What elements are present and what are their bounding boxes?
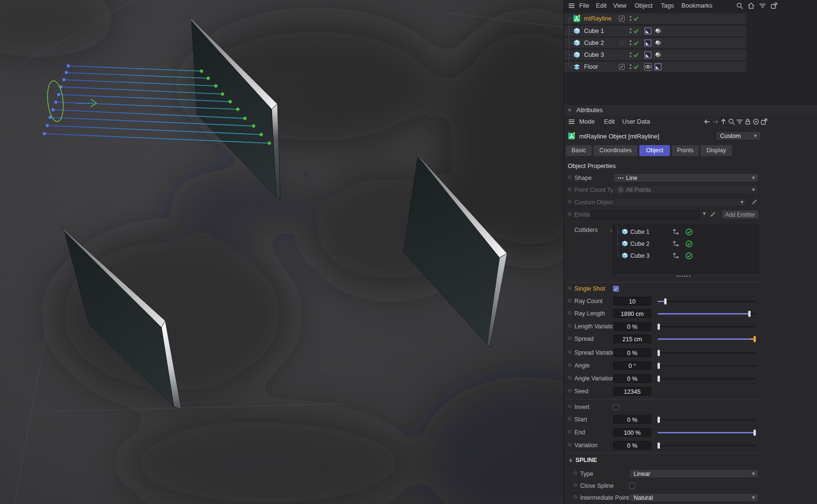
material-tag-icon[interactable]	[654, 39, 662, 47]
section-header-spline[interactable]: ∨SPLINE	[569, 455, 597, 465]
tab-basic[interactable]: Basic	[566, 145, 592, 156]
tab-object[interactable]: Object	[639, 145, 670, 156]
collider-row-cube-1[interactable]: Cube 1	[614, 226, 758, 238]
length-variation-slider[interactable]	[658, 323, 756, 330]
seed-field[interactable]: 12345	[613, 387, 651, 396]
list-resize-handle[interactable]: ••••••	[677, 274, 691, 279]
spread-variation-slider[interactable]	[658, 349, 756, 356]
emitter-link-field[interactable]	[590, 210, 700, 219]
tab-coordinates[interactable]: Coordinates	[594, 145, 637, 156]
collider-row-cube-3[interactable]: Cube 3	[614, 250, 758, 262]
object-row-cube-1[interactable]: Cube 1	[564, 26, 746, 36]
preset-dropdown[interactable]: Custom▼	[716, 131, 761, 140]
back-arrow-icon[interactable]	[703, 118, 711, 126]
slider-handle[interactable]	[753, 430, 756, 436]
tab-points[interactable]: Points	[672, 145, 699, 156]
invert-checkbox[interactable]	[613, 404, 619, 410]
start-field[interactable]: 0 %	[613, 415, 651, 424]
shape-dropdown[interactable]: Line▼	[613, 173, 759, 182]
length-variation-field[interactable]: 0 %	[613, 322, 651, 331]
spread-slider[interactable]	[658, 336, 756, 342]
slider-handle[interactable]	[658, 417, 660, 423]
chevron-down-icon[interactable]: ▼	[702, 211, 707, 216]
menu-item-bookmarks[interactable]: Bookmarks	[681, 0, 712, 11]
enabled-circle-check-icon[interactable]	[685, 252, 693, 260]
enabled-check-icon[interactable]	[633, 28, 639, 34]
popout-icon[interactable]	[770, 2, 778, 10]
phong-tag-icon[interactable]	[644, 39, 652, 47]
custom-object-dropdown[interactable]: ▼	[613, 198, 747, 207]
filter-icon[interactable]	[736, 118, 743, 126]
slider-handle[interactable]	[658, 350, 660, 356]
object-row-cube-2[interactable]: Cube 2	[564, 38, 746, 48]
attr-menu-item-mode[interactable]: Mode	[579, 116, 595, 128]
angle-field[interactable]: 0 °	[613, 361, 651, 370]
close-spline-checkbox[interactable]	[629, 483, 635, 489]
slider-handle[interactable]	[664, 298, 667, 304]
type-dropdown[interactable]: Linear▼	[629, 469, 759, 478]
search-icon[interactable]	[736, 2, 743, 10]
tab-display[interactable]: Display	[700, 145, 732, 156]
hamburger-menu-icon[interactable]	[568, 118, 575, 126]
hierarchy-icon[interactable]	[672, 228, 679, 235]
add-emitter-button[interactable]: Add Emitter	[722, 210, 759, 219]
pencil-icon[interactable]	[710, 211, 716, 218]
variation-slider[interactable]	[658, 442, 756, 449]
menu-item-edit[interactable]: Edit	[596, 0, 606, 11]
ray-count-field[interactable]: 10	[613, 297, 651, 305]
target-icon[interactable]	[752, 118, 760, 126]
up-arrow-icon[interactable]	[720, 118, 727, 126]
enabled-circle-check-icon[interactable]	[685, 228, 693, 236]
eye-tag-icon[interactable]	[644, 63, 652, 71]
chevron-right-icon[interactable]: ›	[610, 225, 612, 235]
ray-length-field[interactable]: 1890 cm	[613, 309, 651, 318]
viewport-3d[interactable]	[0, 0, 563, 504]
popout-icon[interactable]	[760, 118, 768, 126]
hierarchy-icon[interactable]	[672, 240, 679, 247]
attr-menu-item-edit[interactable]: Edit	[604, 116, 615, 128]
enabled-check-icon[interactable]	[633, 52, 639, 58]
object-row-floor[interactable]: Floor	[564, 62, 746, 72]
material-tag-icon[interactable]	[654, 27, 662, 35]
attr-menu-item-user-data[interactable]: User Data	[622, 116, 650, 128]
hierarchy-icon[interactable]	[672, 252, 679, 259]
spread-variation-field[interactable]: 0 %	[613, 348, 651, 357]
spread-field[interactable]: 215 cm	[613, 335, 651, 343]
end-field[interactable]: 100 %	[613, 428, 651, 437]
collider-row-cube-2[interactable]: Cube 2	[614, 238, 758, 250]
object-row-mtrayline[interactable]: mtRayline	[564, 13, 746, 24]
close-icon[interactable]: ×	[568, 105, 572, 116]
material-tag-icon[interactable]	[654, 51, 662, 59]
slider-handle[interactable]	[658, 442, 660, 449]
slider-handle[interactable]	[748, 311, 751, 317]
menu-item-file[interactable]: File	[579, 0, 589, 11]
slider-handle[interactable]	[658, 363, 660, 369]
pencil-icon[interactable]	[751, 199, 758, 205]
start-slider[interactable]	[658, 416, 756, 423]
filter-icon[interactable]	[759, 2, 766, 10]
lock-icon[interactable]	[744, 118, 752, 126]
hamburger-menu-icon[interactable]	[568, 2, 575, 10]
angle-slider[interactable]	[658, 362, 756, 369]
phong-tag-icon[interactable]	[644, 51, 652, 59]
phong-tag-icon[interactable]	[644, 27, 652, 35]
edit-badge-icon[interactable]	[618, 15, 625, 22]
menu-item-tags[interactable]: Tags	[661, 0, 674, 11]
menu-item-view[interactable]: View	[613, 0, 626, 11]
enabled-check-icon[interactable]	[633, 63, 639, 70]
enabled-check-icon[interactable]	[633, 15, 639, 22]
object-row-cube-3[interactable]: Cube 3	[564, 50, 746, 60]
search-icon[interactable]	[728, 118, 735, 126]
variation-field[interactable]: 0 %	[613, 441, 651, 450]
ray-count-slider[interactable]	[658, 298, 756, 304]
enabled-circle-check-icon[interactable]	[685, 240, 693, 248]
edit-badge-icon[interactable]	[618, 63, 625, 70]
forward-arrow-icon[interactable]	[711, 118, 719, 126]
home-icon[interactable]	[747, 2, 755, 10]
angle-variation-slider[interactable]	[658, 375, 756, 382]
end-slider[interactable]	[658, 429, 756, 436]
enabled-check-icon[interactable]	[633, 40, 639, 46]
phong-tag-icon[interactable]	[654, 63, 662, 71]
point-count-type-dropdown[interactable]: All Points▼	[613, 185, 759, 194]
ray-length-slider[interactable]	[658, 310, 756, 317]
